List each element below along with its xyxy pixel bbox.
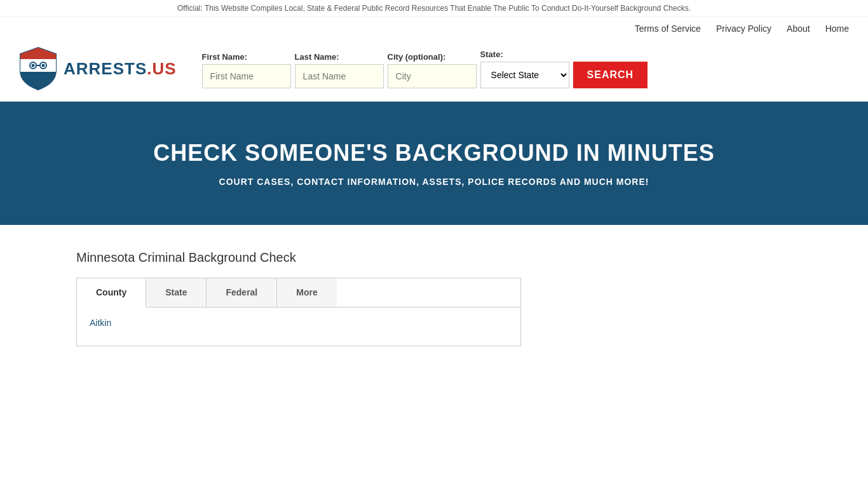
search-area: First Name: Last Name: City (optional): … xyxy=(202,50,849,88)
announcement-bar: Official: This Website Compiles Local, S… xyxy=(0,0,868,17)
tabs-header: County State Federal More xyxy=(77,278,520,308)
first-name-field: First Name: xyxy=(202,52,291,88)
last-name-label: Last Name: xyxy=(295,52,384,62)
city-label: City (optional): xyxy=(388,52,477,62)
nav-privacy-policy[interactable]: Privacy Policy xyxy=(716,24,771,34)
state-label: State: xyxy=(480,50,569,59)
county-entry-aitkin[interactable]: Aitkin xyxy=(90,318,111,328)
nav-terms-of-service[interactable]: Terms of Service xyxy=(635,24,701,34)
tab-state[interactable]: State xyxy=(146,278,207,307)
tabs-content: Aitkin xyxy=(77,308,520,346)
logo-shield-icon xyxy=(19,46,57,91)
logo-arrests: ARRESTS xyxy=(64,59,147,78)
city-input[interactable] xyxy=(388,64,477,88)
nav-about[interactable]: About xyxy=(787,24,810,34)
search-button[interactable]: SEARCH xyxy=(573,62,648,88)
logo-link[interactable]: ARRESTS.US xyxy=(19,46,177,91)
logo-text: ARRESTS.US xyxy=(64,59,177,79)
state-select[interactable]: Select State AlabamaAlaskaArizonaArkansa… xyxy=(480,62,569,88)
svg-point-4 xyxy=(42,64,45,67)
first-name-label: First Name: xyxy=(202,52,291,62)
svg-point-2 xyxy=(32,64,35,67)
nav-bar: Terms of Service Privacy Policy About Ho… xyxy=(0,17,868,40)
hero-title: CHECK SOMEONE'S BACKGROUND IN MINUTES xyxy=(13,140,855,166)
header: ARRESTS.US First Name: Last Name: City (… xyxy=(0,40,868,102)
first-name-input[interactable] xyxy=(202,64,291,88)
tabs-container: County State Federal More Aitkin xyxy=(76,278,521,346)
section-title: Minnesota Criminal Background Check xyxy=(76,250,792,265)
state-field: State: Select State AlabamaAlaskaArizona… xyxy=(480,50,569,88)
tab-county[interactable]: County xyxy=(77,278,146,308)
logo-dot-us: .US xyxy=(147,59,176,78)
nav-home[interactable]: Home xyxy=(825,24,849,34)
hero-section: CHECK SOMEONE'S BACKGROUND IN MINUTES CO… xyxy=(0,102,868,225)
tab-more[interactable]: More xyxy=(277,278,336,307)
last-name-field: Last Name: xyxy=(295,52,384,88)
hero-subtitle: COURT CASES, CONTACT INFORMATION, ASSETS… xyxy=(13,177,855,187)
tab-federal[interactable]: Federal xyxy=(207,278,277,307)
last-name-input[interactable] xyxy=(295,64,384,88)
content-section: Minnesota Criminal Background Check Coun… xyxy=(0,225,868,372)
announcement-text: Official: This Website Compiles Local, S… xyxy=(177,4,691,13)
city-field: City (optional): xyxy=(388,52,477,88)
